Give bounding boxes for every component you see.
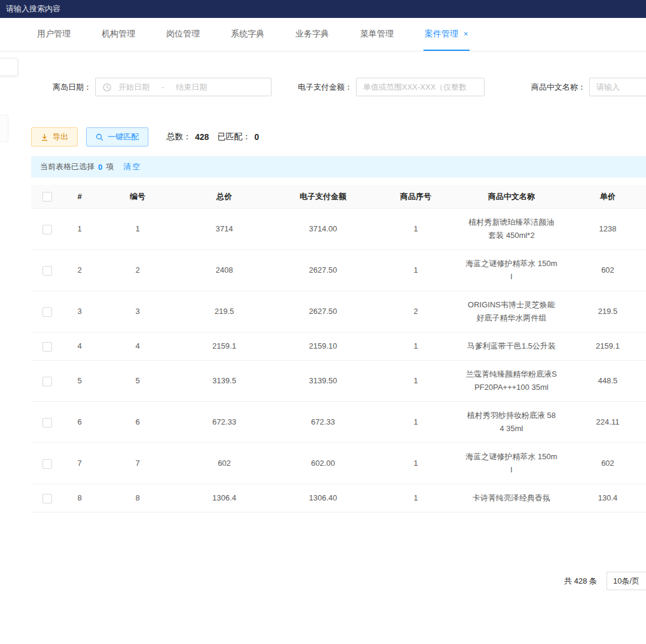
cell-total: 1306.4 [179,492,269,505]
row-checkbox[interactable] [42,225,52,234]
tab-label: 机构管理 [102,29,135,39]
column-header: 商品序号 [377,191,455,202]
column-header: 商品中文名称 [455,191,568,202]
date-range-picker[interactable]: 开始日期 - 结束日期 [95,78,272,96]
cell-epay: 3714.00 [269,222,377,236]
column-header: 总价 [179,191,269,202]
selection-prefix: 当前表格已选择 [40,161,95,172]
clear-selection-link[interactable]: 清空 [123,161,141,172]
header-checkbox-cell [31,191,63,202]
row-checkbox[interactable] [42,307,52,317]
table-row: 77602602.001海蓝之谜修护精萃水 150ml602 [31,443,646,484]
amount-filter-label: 电子支付金额： [298,82,352,93]
tab-item[interactable]: 用户管理 [36,18,72,51]
cell-code: 4 [96,340,179,353]
tab-item[interactable]: 业务字典 [294,18,330,51]
cell-index: 4 [63,340,96,353]
cell-seq: 1 [377,416,455,429]
row-checkbox[interactable] [42,342,52,352]
tab-label: 系统字典 [231,29,264,39]
side-panel-edge [0,115,8,142]
export-icon [41,133,48,141]
row-checkbox-cell [31,340,63,353]
export-button[interactable]: 导出 [31,127,78,146]
selection-suffix: 项 [106,161,114,172]
tab-label: 岗位管理 [166,29,200,39]
cell-name: 海蓝之谜修护精萃水 150ml [455,450,568,477]
column-header: # [63,192,96,201]
clock-icon [103,83,111,91]
cell-code: 6 [96,416,179,429]
cell-unit: 2159.1 [568,340,646,353]
tab-item[interactable]: 机构管理 [100,18,136,51]
cell-name: 海蓝之谜修护精萃水 150ml [455,257,568,283]
cell-epay: 2627.50 [269,264,377,277]
tab-item[interactable]: 系统字典 [230,18,266,51]
toolbar: 导出 一键匹配 总数： 428 已匹配： 0 [31,127,646,146]
table-row: 442159.12159.101马爹利蓝带干邑1.5公升装2159.1 [31,332,646,361]
export-button-label: 导出 [53,132,68,142]
selection-count: 0 [98,163,102,172]
cell-total: 3714 [179,222,269,236]
one-key-match-button[interactable]: 一键匹配 [86,127,148,146]
cell-epay: 1306.40 [269,492,377,505]
table-header-row: #编号总价电子支付金额商品序号商品中文名称单价 [31,185,646,209]
global-search-input[interactable]: 请输入搜索内容 [6,4,60,14]
row-checkbox-cell [31,492,63,505]
date-start-input[interactable]: 开始日期 [118,82,150,93]
cell-code: 2 [96,264,179,277]
product-name-input[interactable] [589,78,646,96]
filter-row: 离岛日期： 开始日期 - 结束日期 电子支付金额： 商品中文名称： [53,78,646,96]
tab-label: 用户管理 [37,29,71,39]
cell-seq: 1 [377,492,455,505]
matched-value: 0 [254,132,259,142]
row-checkbox[interactable] [42,459,52,469]
cell-name: 卡诗菁纯亮泽经典香氛 [455,492,568,505]
cell-unit: 448.5 [568,374,646,387]
row-checkbox-cell [31,264,63,277]
cell-code: 7 [96,457,179,470]
close-icon[interactable]: × [464,29,468,38]
cell-seq: 1 [377,340,455,353]
table-row: 66672.33672.331植村秀羽纱持妆粉底液 584 35ml224.11 [31,402,646,443]
cell-seq: 1 [377,222,455,236]
table-row: 1137143714.001植村秀新琥珀臻萃洁颜油套装 450ml*21238 [31,209,646,250]
cell-index: 7 [63,457,96,470]
cell-name: 植村秀新琥珀臻萃洁颜油套装 450ml*2 [455,216,568,242]
cell-name: 植村秀羽纱持妆粉底液 584 35ml [455,409,568,435]
row-checkbox-cell [31,305,63,318]
date-end-input[interactable]: 结束日期 [176,82,207,93]
cell-name: ORIGINS韦博士灵芝焕能好底子精华水两件组 [455,298,568,325]
tab-label: 业务字典 [295,29,329,39]
row-checkbox[interactable] [42,494,52,503]
tab-item[interactable]: 案件管理× [423,18,470,51]
cell-name: 兰蔻菁纯臻颜精华粉底液SPF20PA+++100 35ml [455,368,568,394]
cell-index: 2 [63,264,96,277]
row-checkbox-cell [31,416,63,429]
amount-input[interactable] [356,78,484,96]
total-label: 总数： [166,132,191,142]
top-bar: 请输入搜索内容 [0,0,646,18]
page-size-select[interactable]: 10条/页 [607,572,646,590]
cell-index: 8 [63,492,96,505]
cell-seq: 1 [377,264,455,277]
cell-unit: 219.5 [568,305,646,318]
cell-index: 3 [63,305,96,318]
column-header: 电子支付金额 [269,191,377,202]
row-checkbox[interactable] [42,266,52,276]
cell-seq: 2 [377,305,455,318]
tab-label: 案件管理 [425,29,458,39]
tab-item[interactable]: 岗位管理 [165,18,201,51]
row-checkbox-cell [31,457,63,470]
side-drawer-handle[interactable] [0,58,18,76]
cell-total: 3139.5 [179,374,269,387]
row-checkbox[interactable] [42,418,52,428]
row-checkbox[interactable] [42,377,52,386]
select-all-checkbox[interactable] [42,192,52,202]
cell-total: 2159.1 [179,340,269,353]
cell-seq: 1 [377,457,455,470]
tab-item[interactable]: 菜单管理 [359,18,395,51]
cell-epay: 602.00 [269,457,377,470]
total-value: 428 [195,132,209,142]
table-row: 2224082627.501海蓝之谜修护精萃水 150ml602 [31,250,646,291]
